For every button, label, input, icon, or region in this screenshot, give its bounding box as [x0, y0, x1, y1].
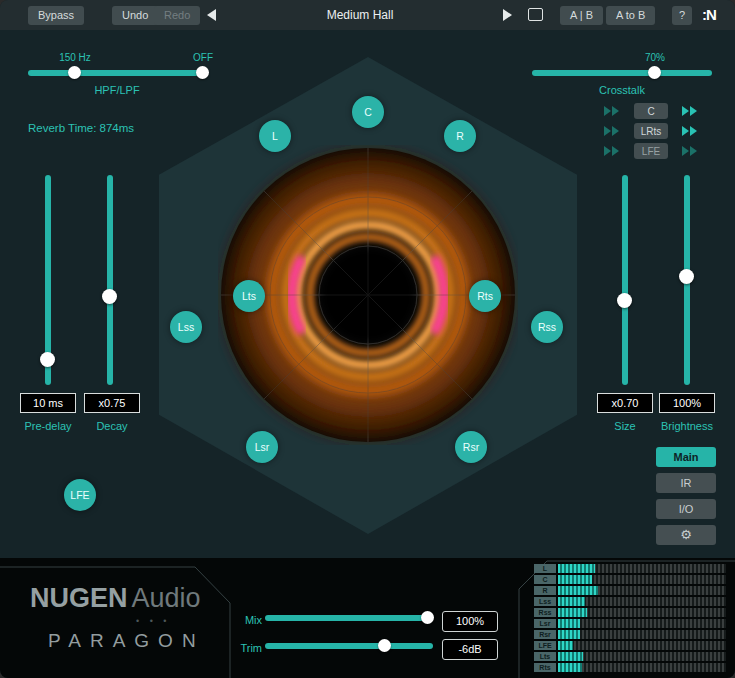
meter-label: LFE — [534, 641, 556, 650]
meter-fill — [558, 564, 595, 573]
channel-node-l[interactable]: L — [259, 120, 291, 152]
decay-value-box[interactable]: x0.75 — [84, 393, 140, 413]
crosstalk-slider-track[interactable] — [532, 70, 712, 76]
routing-chevron-right-icon[interactable] — [682, 146, 698, 156]
mix-slider-track[interactable] — [265, 615, 433, 621]
hpf-slider-knob[interactable] — [68, 66, 81, 79]
decay-caption: Decay — [84, 420, 140, 432]
next-preset-icon[interactable] — [503, 9, 512, 21]
pre-delay-value-box[interactable]: 10 ms — [20, 393, 76, 413]
undo-button[interactable]: Undo — [112, 6, 158, 25]
decay-fader-track[interactable] — [107, 175, 113, 385]
meter-fill — [558, 575, 592, 584]
meter-fill — [558, 586, 598, 595]
help-button[interactable]: ? — [672, 6, 692, 25]
routing-chevron-left-icon[interactable] — [604, 126, 620, 136]
trim-value-box[interactable]: -6dB — [442, 639, 498, 660]
size-fader-track[interactable] — [622, 175, 628, 385]
trim-slider-track[interactable] — [265, 643, 433, 649]
trim-slider-knob[interactable] — [378, 639, 391, 652]
lpf-slider-knob[interactable] — [196, 66, 209, 79]
pre-delay-fader-knob[interactable] — [40, 352, 55, 367]
channel-node-r[interactable]: R — [444, 120, 476, 152]
trim-slider[interactable] — [265, 639, 433, 653]
routing-row-c: C — [604, 102, 698, 120]
product-name: PARAGON — [48, 630, 205, 652]
meter-label: Rts — [534, 663, 556, 672]
routing-chevron-right-icon[interactable] — [682, 126, 698, 136]
preset-name[interactable]: Medium Hall — [290, 8, 430, 22]
preset-list-icon[interactable] — [528, 8, 543, 21]
meter-label: Lsr — [534, 619, 556, 628]
footer: NUGENAudio • • • PARAGON Mix 100% Trim -… — [0, 558, 735, 678]
meter-track — [558, 564, 726, 573]
meter-fill — [558, 652, 583, 661]
size-value-box[interactable]: x0.70 — [597, 393, 653, 413]
routing-button-lrts[interactable]: LRts — [634, 123, 668, 139]
brightness-fader-knob[interactable] — [679, 269, 694, 284]
channel-node-c[interactable]: C — [352, 96, 384, 128]
meter-fill — [558, 608, 587, 617]
decay-fader-knob[interactable] — [102, 289, 117, 304]
view-ir-button[interactable]: IR — [656, 473, 716, 493]
previous-preset-icon[interactable] — [207, 9, 216, 21]
meter-row: Lts — [534, 652, 726, 661]
redo-button[interactable]: Redo — [154, 6, 200, 25]
size-caption: Size — [597, 420, 653, 432]
routing-chevron-right-icon[interactable] — [682, 106, 698, 116]
brightness-value-box[interactable]: 100% — [659, 393, 715, 413]
view-io-button[interactable]: I/O — [656, 499, 716, 519]
hpf-lpf-caption: HPF/LPF — [28, 84, 206, 96]
size-fader[interactable] — [617, 175, 633, 385]
crosstalk-slider-knob[interactable] — [648, 66, 661, 79]
ab-compare-button[interactable]: A | B — [560, 6, 603, 25]
meter-label: R — [534, 586, 556, 595]
meter-track — [558, 619, 726, 628]
mix-slider-knob[interactable] — [421, 611, 434, 624]
meter-row: Lss — [534, 597, 726, 606]
view-main-button[interactable]: Main — [656, 447, 716, 467]
mix-value-box[interactable]: 100% — [442, 611, 498, 632]
channel-node-rsr[interactable]: Rsr — [455, 431, 487, 463]
routing-button-c[interactable]: C — [634, 103, 668, 119]
channel-node-lts[interactable]: Lts — [233, 280, 265, 312]
crosstalk-slider[interactable] — [532, 66, 712, 80]
settings-gear-button[interactable]: ⚙ — [656, 525, 716, 545]
topbar: Bypass Undo Redo Medium Hall A | B A to … — [0, 0, 735, 30]
size-fader-knob[interactable] — [617, 293, 632, 308]
mix-slider[interactable] — [265, 611, 433, 625]
channel-node-lss[interactable]: Lss — [170, 311, 202, 343]
meter-fill — [558, 597, 585, 606]
decay-fader[interactable] — [102, 175, 118, 385]
routing-chevron-left-icon[interactable] — [604, 106, 620, 116]
lpf-value-label: OFF — [175, 52, 231, 63]
channel-node-rts[interactable]: Rts — [469, 280, 501, 312]
a-to-b-button[interactable]: A to B — [606, 6, 655, 25]
meter-track — [558, 575, 726, 584]
brand-logo: NUGENAudio — [30, 583, 201, 614]
bypass-button[interactable]: Bypass — [28, 6, 84, 25]
meter-label: Rsr — [534, 630, 556, 639]
routing-button-lfe[interactable]: LFE — [634, 143, 668, 159]
reverb-time-readout: Reverb Time: 874ms — [28, 122, 134, 134]
pre-delay-fader[interactable] — [40, 175, 56, 385]
brightness-fader[interactable] — [679, 175, 695, 385]
channel-node-lfe[interactable]: LFE — [64, 479, 96, 511]
hpf-lpf-slider-track[interactable] — [28, 70, 206, 76]
meter-track — [558, 652, 726, 661]
channel-node-lsr[interactable]: Lsr — [246, 431, 278, 463]
meter-fill — [558, 663, 582, 672]
meter-row: Lsr — [534, 619, 726, 628]
meter-label: Lss — [534, 597, 556, 606]
brand-dots: • • • — [136, 616, 170, 626]
crosstalk-value-label: 70% — [627, 52, 683, 63]
routing-chevron-left-icon[interactable] — [604, 146, 620, 156]
meter-label: C — [534, 575, 556, 584]
meter-track — [558, 630, 726, 639]
meter-row: Rts — [534, 663, 726, 672]
hpf-lpf-slider[interactable] — [28, 66, 206, 80]
meter-track — [558, 663, 726, 672]
channel-node-rss[interactable]: Rss — [531, 311, 563, 343]
mix-label: Mix — [212, 614, 262, 626]
brand-nugen-text: NUGEN — [30, 583, 128, 613]
